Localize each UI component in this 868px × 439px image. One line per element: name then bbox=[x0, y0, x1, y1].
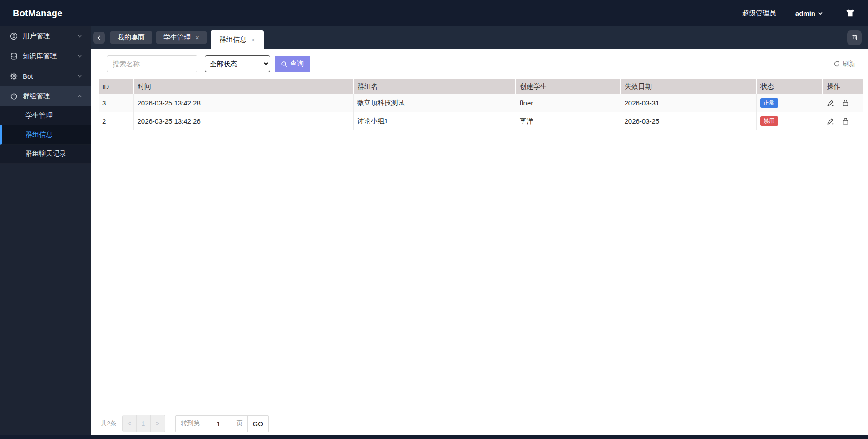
table-header-row: ID 时间 群组名 创建学生 失效日期 状态 操作 bbox=[99, 79, 863, 94]
column-header-creator: 创建学生 bbox=[516, 79, 621, 94]
topbar: BotManage 超级管理员 admin bbox=[0, 0, 868, 26]
column-header-id: ID bbox=[99, 79, 133, 94]
column-header-expire-date: 失效日期 bbox=[621, 79, 756, 94]
sidebar-item-label: 群组管理 bbox=[23, 92, 50, 100]
cell-time: 2026-03-25 13:42:28 bbox=[133, 94, 353, 112]
pagination: 共2条 < 1 > 转到第 页 GO bbox=[91, 415, 868, 432]
chevron-down-icon bbox=[77, 73, 83, 79]
table-row: 2 2026-03-25 13:42:26 讨论小组1 李洋 2026-03-2… bbox=[99, 112, 863, 130]
sidebar-submenu: 学生管理 群组信息 群组聊天记录 bbox=[0, 106, 91, 164]
status-badge: 禁用 bbox=[760, 116, 778, 126]
sidebar-subitem-group-chat-log[interactable]: 群组聊天记录 bbox=[0, 145, 91, 164]
cell-expire-date: 2026-03-25 bbox=[621, 112, 756, 130]
edit-icon[interactable] bbox=[827, 117, 834, 125]
group-table-wrap: ID 时间 群组名 创建学生 失效日期 状态 操作 3 2026-03-25 1 bbox=[99, 79, 863, 130]
sidebar-subitem-label: 学生管理 bbox=[25, 111, 53, 120]
cell-expire-date: 2026-03-31 bbox=[621, 94, 756, 112]
sidebar-subitem-group-info[interactable]: 群组信息 bbox=[0, 125, 91, 145]
cell-id: 2 bbox=[99, 112, 133, 130]
sidebar-item-label: 用户管理 bbox=[23, 32, 50, 40]
total-count-label: 共2条 bbox=[101, 419, 117, 428]
sidebar-item-knowledge-base[interactable]: 知识库管理 bbox=[0, 46, 91, 66]
cell-group-name: 讨论小组1 bbox=[353, 112, 516, 130]
trash-icon bbox=[851, 34, 858, 41]
tab-bar: 我的桌面 学生管理 × 群组信息 × bbox=[91, 26, 868, 49]
tabs-back-button[interactable] bbox=[93, 32, 105, 44]
chevron-up-icon bbox=[77, 93, 83, 99]
app-shell: 用户管理 知识库管理 bbox=[0, 26, 868, 435]
tab-my-desktop[interactable]: 我的桌面 bbox=[110, 31, 152, 44]
column-header-actions: 操作 bbox=[823, 79, 863, 94]
lock-icon[interactable] bbox=[842, 99, 849, 107]
user-circle-icon bbox=[10, 32, 18, 40]
user-menu[interactable]: admin bbox=[795, 10, 824, 17]
power-icon bbox=[10, 92, 18, 100]
sidebar-subitem-student-management[interactable]: 学生管理 bbox=[0, 106, 91, 125]
row-actions bbox=[827, 112, 860, 130]
query-button[interactable]: 查询 bbox=[275, 56, 310, 72]
go-button[interactable]: GO bbox=[248, 416, 268, 432]
tab-label: 群组信息 bbox=[219, 35, 247, 44]
cell-time: 2026-03-25 13:42:26 bbox=[133, 112, 353, 130]
sidebar-item-label: 知识库管理 bbox=[23, 52, 57, 60]
cell-creator: ffner bbox=[516, 94, 621, 112]
goto-suffix-label: 页 bbox=[232, 416, 248, 432]
cell-creator: 李洋 bbox=[516, 112, 621, 130]
username-label: admin bbox=[795, 10, 815, 17]
group-table: ID 时间 群组名 创建学生 失效日期 状态 操作 3 2026-03-25 1 bbox=[99, 79, 863, 130]
cell-group-name: 微立顶科技测试 bbox=[353, 94, 516, 112]
sidebar: 用户管理 知识库管理 bbox=[0, 26, 91, 435]
main-area: 我的桌面 学生管理 × 群组信息 × bbox=[91, 26, 868, 435]
query-button-label: 查询 bbox=[290, 60, 304, 68]
current-page-button[interactable]: 1 bbox=[137, 415, 151, 432]
refresh-label: 刷新 bbox=[843, 60, 855, 68]
refresh-icon bbox=[833, 60, 840, 67]
user-role-label: 超级管理员 bbox=[742, 9, 776, 18]
next-page-button[interactable]: > bbox=[151, 415, 165, 432]
edit-icon[interactable] bbox=[827, 99, 834, 107]
chevron-down-icon bbox=[817, 10, 824, 16]
lock-icon[interactable] bbox=[842, 117, 849, 125]
search-name-input[interactable] bbox=[107, 55, 197, 72]
column-header-time: 时间 bbox=[133, 79, 353, 94]
table-header: ID 时间 群组名 创建学生 失效日期 状态 操作 bbox=[99, 79, 863, 94]
chevron-down-icon bbox=[77, 53, 83, 59]
goto-prefix-label: 转到第 bbox=[176, 416, 206, 432]
sidebar-item-bot[interactable]: Bot bbox=[0, 66, 91, 86]
goto-page-group: 转到第 页 GO bbox=[175, 415, 269, 432]
close-all-tabs-button[interactable] bbox=[847, 30, 862, 45]
chevron-down-icon bbox=[77, 33, 83, 39]
tab-label: 学生管理 bbox=[163, 33, 191, 42]
sidebar-item-label: Bot bbox=[23, 72, 33, 80]
sidebar-item-user-management[interactable]: 用户管理 bbox=[0, 26, 91, 46]
topbar-right: 超级管理员 admin bbox=[742, 9, 855, 18]
bottom-edge-strip bbox=[0, 435, 868, 439]
tab-label: 我的桌面 bbox=[118, 33, 145, 42]
search-icon bbox=[281, 61, 287, 67]
column-header-status: 状态 bbox=[756, 79, 823, 94]
status-badge: 正常 bbox=[760, 98, 778, 108]
pager-group: < 1 > bbox=[122, 415, 165, 432]
refresh-link[interactable]: 刷新 bbox=[833, 60, 855, 68]
gear-icon bbox=[10, 72, 18, 80]
database-icon bbox=[10, 52, 18, 60]
column-header-group-name: 群组名 bbox=[353, 79, 516, 94]
close-icon[interactable]: × bbox=[195, 34, 199, 41]
cell-id: 3 bbox=[99, 94, 133, 112]
tab-student-management[interactable]: 学生管理 × bbox=[156, 31, 207, 44]
tab-group-info[interactable]: 群组信息 × bbox=[211, 30, 264, 49]
page-content: 全部状态 查询 bbox=[91, 49, 868, 435]
goto-page-input[interactable] bbox=[206, 416, 232, 432]
tshirt-icon[interactable] bbox=[845, 9, 855, 18]
filter-toolbar: 全部状态 查询 bbox=[107, 55, 855, 72]
close-icon[interactable]: × bbox=[251, 36, 255, 43]
sidebar-item-group-management[interactable]: 群组管理 bbox=[0, 86, 91, 106]
prev-page-button[interactable]: < bbox=[123, 415, 137, 432]
row-actions bbox=[827, 94, 860, 112]
app-brand: BotManage bbox=[13, 8, 63, 19]
sidebar-subitem-label: 群组聊天记录 bbox=[25, 150, 66, 158]
sidebar-subitem-label: 群组信息 bbox=[25, 130, 53, 139]
table-row: 3 2026-03-25 13:42:28 微立顶科技测试 ffner 2026… bbox=[99, 94, 863, 112]
status-filter-select[interactable]: 全部状态 bbox=[205, 55, 270, 72]
